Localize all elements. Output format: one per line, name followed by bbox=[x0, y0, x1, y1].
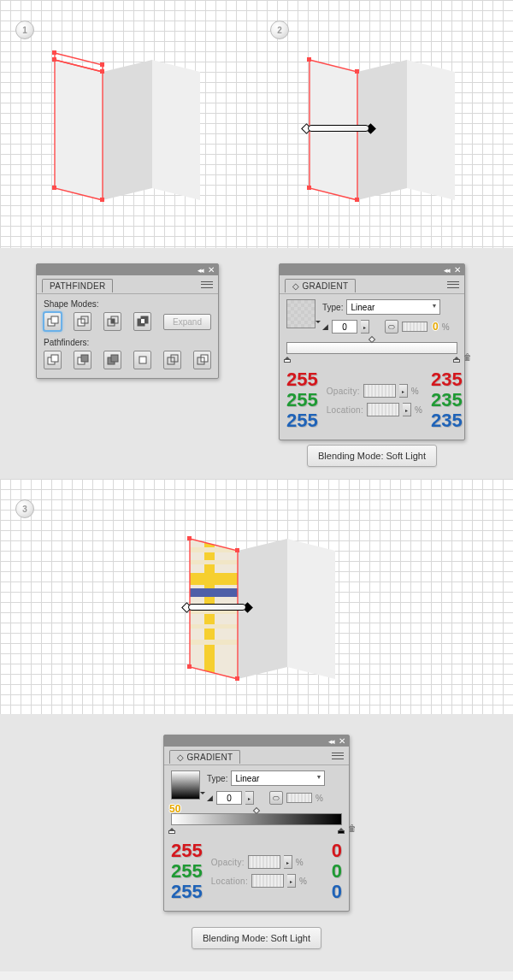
gradient-type-select[interactable] bbox=[231, 770, 325, 786]
svg-rect-18 bbox=[355, 198, 359, 202]
opacity-label: Opacity: bbox=[211, 858, 245, 867]
pathfinder-tab[interactable]: PATHFINDER bbox=[42, 279, 113, 292]
svg-marker-0 bbox=[103, 60, 152, 200]
panel-menu-icon[interactable] bbox=[332, 752, 344, 760]
aspect-ratio-input[interactable] bbox=[286, 793, 312, 803]
svg-rect-30 bbox=[51, 355, 58, 362]
gradient-tab[interactable]: ◇ GRADIENT bbox=[285, 279, 356, 292]
panel-menu-icon[interactable] bbox=[447, 280, 459, 289]
shape-modes-label: Shape Modes: bbox=[44, 299, 211, 309]
panel-collapse-icon[interactable]: ◂◂ bbox=[198, 266, 203, 275]
pathfinder-panel: ◂◂ ✕ PATHFINDER Shape Modes: bbox=[36, 263, 219, 379]
gradient-midpoint[interactable] bbox=[253, 807, 260, 814]
step-badge-3: 3 bbox=[15, 499, 34, 518]
pathfinder-divide[interactable] bbox=[44, 351, 62, 369]
panel-close-icon[interactable]: ✕ bbox=[208, 265, 215, 275]
grid-stage-bottom: 3 bbox=[0, 479, 513, 714]
gradient-midpoint[interactable] bbox=[369, 336, 375, 343]
svg-marker-1 bbox=[152, 60, 200, 200]
svg-rect-5 bbox=[52, 50, 56, 55]
panel-collapse-icon[interactable]: ◂◂ bbox=[328, 737, 333, 746]
svg-rect-56 bbox=[235, 676, 239, 681]
type-label: Type: bbox=[322, 303, 343, 312]
angle-stepper[interactable]: ▸ bbox=[361, 320, 369, 334]
location-label: Location: bbox=[211, 877, 248, 886]
pathfinder-trim[interactable] bbox=[74, 351, 91, 369]
svg-rect-8 bbox=[100, 69, 104, 74]
gradient-stop-right[interactable] bbox=[337, 825, 345, 834]
svg-rect-32 bbox=[81, 355, 88, 362]
gradient-panel-1: ◂◂ ✕ ◇ GRADIENT Type: ◢ ▸ bbox=[279, 263, 465, 440]
gradient-type-select[interactable] bbox=[346, 299, 440, 315]
delete-stop-icon[interactable]: 🗑 bbox=[348, 824, 357, 833]
location-label: Location: bbox=[327, 405, 363, 415]
gradient-ramp[interactable]: 🗑 bbox=[171, 813, 342, 825]
location-input[interactable] bbox=[251, 874, 284, 888]
aspect-ratio-pct: % bbox=[442, 322, 450, 332]
panel-collapse-icon[interactable]: ◂◂ bbox=[444, 266, 449, 275]
angle-icon: ◢ bbox=[207, 794, 213, 802]
angle-icon: ◢ bbox=[322, 322, 328, 331]
pathfinder-merge[interactable] bbox=[103, 351, 121, 369]
svg-rect-7 bbox=[52, 57, 56, 62]
pathfinder-minus-back[interactable] bbox=[193, 351, 211, 369]
trifold-illustration-3 bbox=[157, 513, 380, 718]
gradient-panel-2: ◂◂ ✕ ◇ GRADIENT Type: ◢ ▸ bbox=[163, 735, 350, 912]
svg-rect-55 bbox=[187, 664, 192, 669]
location-input[interactable] bbox=[367, 403, 399, 416]
right-stop-rgb: 0 0 0 bbox=[332, 841, 342, 902]
shapemode-intersect[interactable] bbox=[103, 312, 121, 331]
left-stop-rgb: 255 255 255 bbox=[171, 841, 203, 902]
svg-marker-12 bbox=[407, 60, 455, 200]
delete-stop-icon[interactable]: 🗑 bbox=[463, 352, 472, 362]
svg-rect-53 bbox=[187, 536, 192, 540]
trifold-illustration-1 bbox=[39, 34, 245, 231]
gradient-stop-left[interactable] bbox=[168, 825, 176, 834]
svg-marker-2 bbox=[55, 60, 103, 200]
opacity-stepper[interactable]: ▸ bbox=[399, 384, 408, 398]
gradient-swatch[interactable] bbox=[286, 299, 315, 328]
gradient-stop-right[interactable] bbox=[452, 354, 461, 363]
panel-menu-icon[interactable] bbox=[201, 280, 213, 289]
svg-rect-10 bbox=[100, 198, 104, 202]
svg-rect-9 bbox=[52, 186, 56, 190]
gradient-tab[interactable]: ◇ GRADIENT bbox=[169, 750, 240, 764]
aspect-ratio-badge: 0 bbox=[433, 321, 439, 333]
shapemode-minus-front[interactable] bbox=[74, 312, 91, 331]
gradient-stop-left[interactable] bbox=[283, 354, 292, 363]
type-label: Type: bbox=[207, 774, 227, 783]
aspect-ratio-link-icon[interactable]: ⬭ bbox=[385, 320, 398, 334]
shapemode-exclude[interactable] bbox=[133, 312, 151, 331]
expand-button[interactable]: Expand bbox=[163, 314, 211, 330]
aspect-ratio-input[interactable] bbox=[402, 322, 428, 332]
pathfinder-outline[interactable] bbox=[163, 351, 181, 369]
opacity-input[interactable] bbox=[248, 855, 280, 869]
location-stepper[interactable]: ▸ bbox=[287, 874, 296, 888]
svg-rect-54 bbox=[235, 548, 239, 552]
left-stop-rgb: 255 255 255 bbox=[286, 369, 318, 431]
blending-mode-pill-2: Blending Mode: Soft Light bbox=[192, 927, 321, 949]
opacity-stepper[interactable]: ▸ bbox=[284, 855, 292, 869]
gradient-annotator-2[interactable] bbox=[303, 121, 374, 135]
svg-rect-34 bbox=[111, 355, 118, 362]
pathfinder-crop[interactable] bbox=[133, 351, 151, 369]
panel-close-icon[interactable]: ✕ bbox=[339, 736, 345, 746]
panel-close-icon[interactable]: ✕ bbox=[454, 265, 461, 275]
shapemode-unite[interactable] bbox=[44, 312, 62, 331]
opacity-input[interactable] bbox=[363, 384, 396, 398]
gradient-swatch[interactable] bbox=[171, 770, 200, 800]
angle-input[interactable] bbox=[216, 791, 242, 805]
gradient-ramp[interactable]: 🗑 bbox=[286, 342, 457, 354]
angle-input[interactable] bbox=[332, 320, 357, 334]
svg-rect-28 bbox=[141, 319, 144, 323]
aspect-ratio-link-icon[interactable]: ⬭ bbox=[269, 791, 283, 805]
location-stepper[interactable]: ▸ bbox=[403, 403, 411, 416]
step-badge-2: 2 bbox=[270, 21, 289, 39]
gradient-annotator-3[interactable] bbox=[183, 600, 251, 614]
svg-rect-25 bbox=[111, 319, 115, 323]
svg-rect-15 bbox=[307, 57, 311, 62]
right-stop-rgb: 235 235 235 bbox=[431, 369, 463, 431]
svg-rect-20 bbox=[51, 316, 58, 323]
angle-stepper[interactable]: ▸ bbox=[245, 791, 254, 805]
svg-marker-41 bbox=[287, 539, 335, 679]
